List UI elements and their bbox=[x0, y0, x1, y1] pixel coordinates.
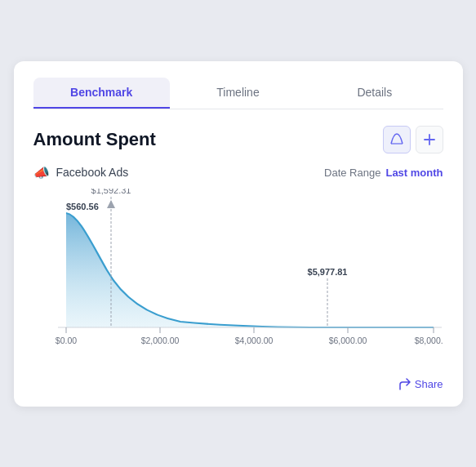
annotation-left-label: $560.56 bbox=[66, 202, 99, 211]
sub-row: 📣 Facebook Ads Date Range Last month bbox=[33, 165, 443, 180]
x-label-2: $4,000.00 bbox=[234, 336, 273, 345]
toolbar bbox=[383, 126, 443, 153]
chart-svg: $1,592.31 $560.56 $5,977.81 $0.00 $2,000… bbox=[33, 189, 443, 368]
share-icon bbox=[398, 378, 411, 390]
date-range-value[interactable]: Last month bbox=[385, 167, 443, 179]
share-button[interactable]: Share bbox=[398, 378, 443, 390]
tab-details[interactable]: Details bbox=[306, 78, 443, 109]
megaphone-icon: 📣 bbox=[33, 165, 50, 180]
card: Benchmark Timeline Details Amount Spent bbox=[14, 61, 463, 407]
x-label-3: $6,000.00 bbox=[328, 336, 367, 345]
source-info: 📣 Facebook Ads bbox=[33, 165, 129, 180]
area-fill bbox=[66, 213, 434, 327]
annotation-triangle bbox=[107, 200, 115, 208]
date-range: Date Range Last month bbox=[324, 167, 443, 179]
distribution-icon bbox=[389, 132, 404, 147]
page-title: Amount Spent bbox=[33, 129, 156, 150]
tab-timeline[interactable]: Timeline bbox=[170, 78, 306, 109]
chart-icon-button[interactable] bbox=[383, 126, 411, 153]
share-row: Share bbox=[33, 378, 443, 390]
share-label: Share bbox=[415, 378, 443, 390]
chart-area: $1,592.31 $560.56 $5,977.81 $0.00 $2,000… bbox=[33, 189, 443, 368]
header-row: Amount Spent bbox=[33, 126, 443, 153]
source-name: Facebook Ads bbox=[56, 166, 129, 179]
plus-icon bbox=[423, 133, 436, 146]
x-label-4: $8,000.00 bbox=[414, 336, 443, 345]
date-range-label: Date Range bbox=[324, 167, 380, 179]
annotation-top-label: $1,592.31 bbox=[91, 189, 131, 195]
tab-benchmark[interactable]: Benchmark bbox=[33, 78, 170, 109]
annotation-right-label: $5,977.81 bbox=[307, 267, 347, 277]
x-label-1: $2,000.00 bbox=[140, 336, 179, 345]
tabs: Benchmark Timeline Details bbox=[33, 78, 443, 109]
add-icon-button[interactable] bbox=[416, 126, 443, 153]
x-label-0: $0.00 bbox=[55, 336, 76, 345]
